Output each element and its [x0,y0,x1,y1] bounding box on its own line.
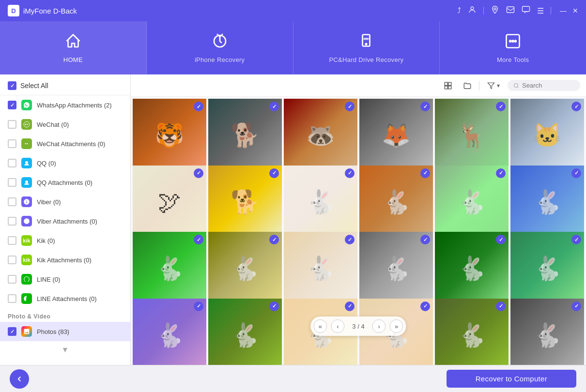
whatsapp-checkbox[interactable] [8,101,16,109]
line-label: LINE (0) [37,276,60,283]
content-wrapper: 🐯✓🐕✓🦝✓🦊✓🦌✓🐱✓🕊✓🐕✓🐇✓🐇✓🐇✓🐇✓🐇✓🐇✓🐇✓🐇✓🐇✓🐇✓🐇✓🐇✓… [131,97,586,365]
tab-home[interactable]: HOME [0,21,147,74]
qq-attach-checkbox[interactable] [8,178,16,187]
location-icon[interactable] [491,5,499,16]
sidebar-item-photos[interactable]: Photos (83) [0,322,130,341]
bottom-bar: Recover to Computer [0,365,586,392]
iphone-recovery-icon [211,32,229,52]
next-page-button[interactable]: › [372,319,386,333]
search-input[interactable] [522,82,574,89]
sidebar-item-kik-attach[interactable]: kik Kik Attachments (0) [0,250,130,270]
svg-point-9 [512,40,514,42]
sidebar-item-whatsapp[interactable]: WhatsApp Attachments (2) [0,95,130,115]
svg-rect-17 [445,82,447,85]
user-icon[interactable] [468,5,477,16]
sidebar-item-kik[interactable]: kik Kik (0) [0,231,130,250]
sidebar-item-line-attach[interactable]: LINE Attachments (0) [0,289,130,308]
photo-item[interactable]: 🐕✓ [208,99,282,172]
photo-item[interactable]: 🐇✓ [510,299,584,365]
photo-item[interactable]: 🐇✓ [510,166,584,239]
select-all-checkbox[interactable] [8,81,16,90]
line-attach-label: LINE Attachments (0) [37,295,97,302]
close-button[interactable]: ✕ [572,7,578,15]
mail-icon[interactable] [506,5,515,16]
photo-item[interactable]: 🦌✓ [435,99,509,172]
sidebar-item-wechat-attach[interactable]: WeChat Attachments (0) [0,134,130,153]
photo-item[interactable]: 🐇✓ [284,232,357,305]
qq-checkbox[interactable] [8,159,16,167]
wechat-attach-icon [21,138,32,149]
photo-item[interactable]: 🐇✓ [359,166,433,239]
line-attach-checkbox[interactable] [8,294,16,303]
photo-item[interactable]: 🐕✓ [208,166,282,239]
tab-pc-recovery[interactable]: PC&Hard Drive Recovery [293,21,440,74]
svg-rect-6 [364,38,369,39]
sidebar-item-wechat[interactable]: WeChat (0) [0,115,130,134]
chat-icon[interactable] [522,5,530,16]
home-icon [64,32,82,52]
nav-tabs: HOME iPhone Recovery PC&Hard Drive Recov… [0,21,586,75]
line-checkbox[interactable] [8,275,16,284]
svg-point-15 [25,161,28,164]
photo-item[interactable]: 🐇✓ [208,232,282,305]
search-box [508,80,580,91]
sidebar-scroll-indicator[interactable]: ▼ [0,341,130,359]
menu-icon[interactable]: ☰ [537,6,544,15]
app-logo: D [8,5,19,16]
tab-iphone-recovery-label: iPhone Recovery [195,56,245,63]
sidebar-item-viber[interactable]: Viber (0) [0,192,130,211]
prev-page-button[interactable]: ‹ [331,319,344,333]
photos-checkbox[interactable] [8,327,16,336]
separator-1 [483,7,484,15]
photo-item[interactable]: 🦊✓ [359,99,433,172]
svg-marker-21 [488,83,494,89]
minimize-button[interactable]: — [560,7,567,15]
sidebar-item-qq-attach[interactable]: QQ Attachments (0) [0,173,130,192]
photo-video-section-label: Photo & Video [0,308,130,322]
viber-checkbox[interactable] [8,197,16,206]
kik-checkbox[interactable] [8,236,16,245]
wechat-checkbox[interactable] [8,120,16,129]
sidebar-item-viber-attach[interactable]: Viber Attachments (0) [0,211,130,231]
viber-icon [21,196,32,207]
sidebar-item-line[interactable]: LINE (0) [0,270,130,289]
photo-item[interactable]: 🕊✓ [133,166,206,239]
kik-attach-label: Kik Attachments (0) [37,256,92,264]
photo-item[interactable]: 🐇✓ [208,299,282,365]
wechat-attach-checkbox[interactable] [8,139,16,148]
sidebar: Select All WhatsApp Attachments (2) WeCh… [0,75,131,365]
tab-more-tools[interactable]: More Tools [440,21,586,74]
viber-label: Viber (0) [37,198,61,206]
svg-rect-18 [448,82,451,85]
photo-item[interactable]: 🐇✓ [435,166,509,239]
photo-item[interactable]: 🐱✓ [510,99,584,172]
tab-iphone-recovery[interactable]: iPhone Recovery [147,21,293,74]
photo-item[interactable]: 🐇✓ [133,232,206,305]
filter-button[interactable]: ▾ [483,80,504,91]
folder-view-button[interactable] [460,78,475,93]
photo-item[interactable]: 🦝✓ [284,99,357,172]
svg-point-12 [27,124,28,125]
content-toolbar: ▾ [131,75,586,97]
whatsapp-label: WhatsApp Attachments (2) [37,102,112,109]
photo-item[interactable]: 🐇✓ [133,299,206,365]
first-page-button[interactable]: « [313,319,327,333]
sidebar-item-qq[interactable]: QQ (0) [0,153,130,173]
recover-button[interactable]: Recover to Computer [447,370,576,388]
photo-item[interactable]: 🐇✓ [435,232,509,305]
photo-item[interactable]: 🐇✓ [284,166,357,239]
photo-item[interactable]: 🐇✓ [435,299,509,365]
svg-point-14 [27,143,28,144]
share-icon[interactable]: ⤴ [457,6,461,15]
app-name: iMyFone D-Back [23,7,77,15]
viber-attach-checkbox[interactable] [8,217,16,226]
kik-attach-checkbox[interactable] [8,256,16,264]
back-button[interactable] [10,369,29,389]
photo-item[interactable]: 🐇✓ [359,232,433,305]
grid-view-button[interactable] [440,78,456,93]
filter-chevron: ▾ [497,82,500,89]
photo-item[interactable]: 🐇✓ [510,232,584,305]
svg-point-13 [25,143,26,144]
last-page-button[interactable]: » [390,319,403,333]
photo-item[interactable]: 🐯✓ [133,99,206,172]
